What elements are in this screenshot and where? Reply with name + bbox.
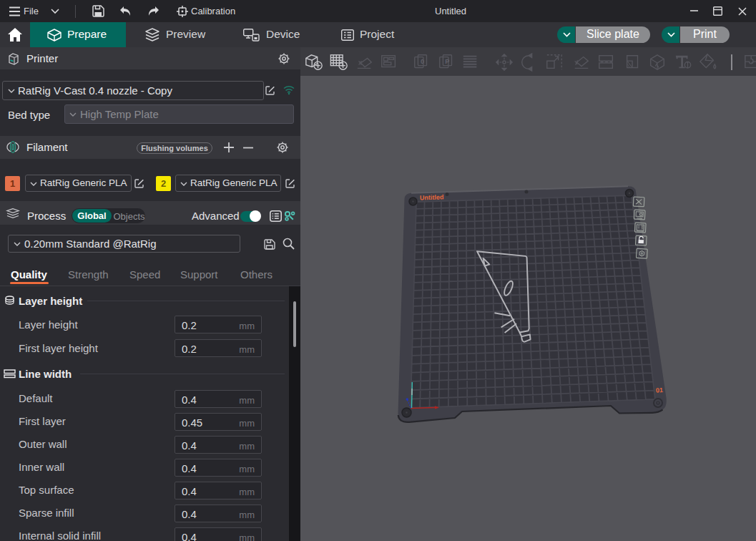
svg-text:01: 01	[656, 386, 663, 394]
svg-text:Untitled: Untitled	[420, 193, 444, 201]
